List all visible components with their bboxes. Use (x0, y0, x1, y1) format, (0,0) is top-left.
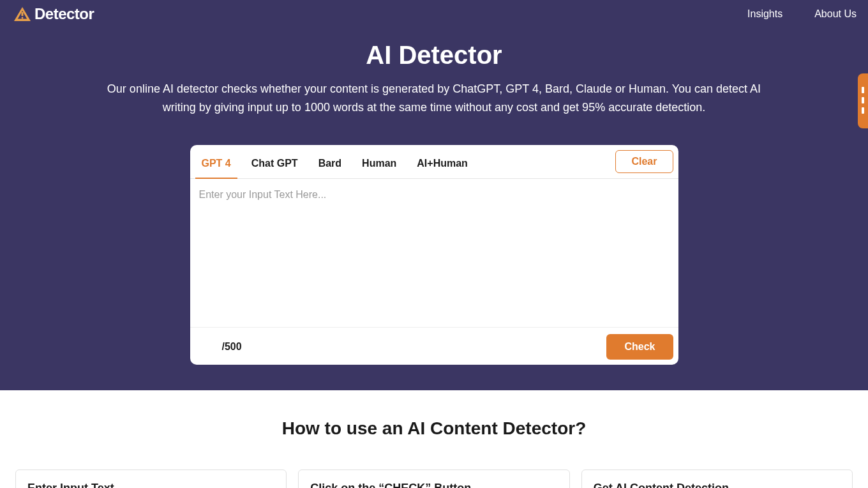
svg-rect-2 (862, 87, 864, 93)
svg-point-1 (22, 17, 24, 19)
feedback-side-tab[interactable] (858, 73, 868, 128)
model-tabs: GPT 4 Chat GPT Bard Human AI+Human Clear (190, 145, 678, 179)
nav-link-insights[interactable]: Insights (747, 8, 782, 20)
tab-human[interactable]: Human (355, 150, 403, 178)
page-subtitle: Our online AI detector checks whether yo… (51, 80, 817, 117)
clear-button[interactable]: Clear (615, 150, 673, 173)
tab-aihuman[interactable]: AI+Human (410, 150, 474, 178)
hero-section: Detector Insights About Us AI Detector O… (0, 0, 868, 390)
svg-rect-4 (862, 107, 864, 114)
word-counter: /500 (222, 341, 242, 353)
howto-title: How to use an AI Content Detector? (13, 418, 855, 439)
step-card: Click on the “CHECK” Button Once you pas… (298, 469, 569, 488)
text-input[interactable] (190, 179, 678, 324)
step-card: Enter Input Text The AI detector scans y… (15, 469, 287, 488)
logo-icon (14, 7, 31, 21)
step-title: Enter Input Text (27, 482, 274, 488)
steps-row: Enter Input Text The AI detector scans y… (13, 469, 855, 488)
nav-links: Insights About Us (747, 8, 857, 20)
nav-link-about[interactable]: About Us (814, 8, 857, 20)
step-title: Click on the “CHECK” Button (310, 482, 557, 488)
svg-rect-3 (862, 97, 864, 103)
logo-text: Detector (34, 5, 94, 23)
howto-section: How to use an AI Content Detector? Enter… (0, 390, 868, 488)
tab-gpt4[interactable]: GPT 4 (195, 150, 237, 178)
tab-bard[interactable]: Bard (312, 150, 348, 178)
step-title: Get AI Content Detection (594, 482, 841, 488)
page-title: AI Detector (0, 41, 868, 70)
tab-chatgpt[interactable]: Chat GPT (245, 150, 304, 178)
top-nav: Detector Insights About Us (0, 0, 868, 23)
check-button[interactable]: Check (606, 334, 673, 360)
detector-card: GPT 4 Chat GPT Bard Human AI+Human Clear… (190, 145, 678, 365)
step-card: Get AI Content Detection The AI detector… (581, 469, 853, 488)
logo[interactable]: Detector (14, 5, 94, 23)
card-footer: /500 Check (190, 327, 678, 365)
svg-rect-0 (22, 12, 24, 16)
